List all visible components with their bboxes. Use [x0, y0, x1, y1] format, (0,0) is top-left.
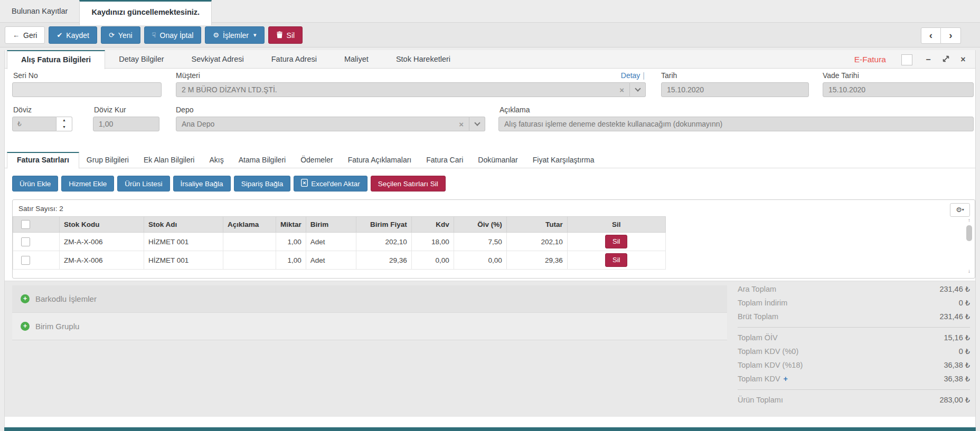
row-checkbox[interactable]	[21, 237, 30, 246]
tab-stok-hareketleri[interactable]: Stok Hareketleri	[382, 50, 464, 68]
cell-aciklama	[223, 233, 276, 251]
back-button[interactable]: ← Geri	[5, 26, 45, 44]
hizmet-ekle-label: Hizmet Ekle	[69, 180, 107, 188]
frame-bottom-accent-bar	[4, 427, 976, 431]
col-sil: Sil	[567, 217, 665, 233]
col-birim: Birim	[306, 217, 356, 233]
tab-grup-bilgileri[interactable]: Grup Bilgileri	[79, 152, 136, 168]
excel-aktar-label: Excel'den Aktar	[311, 180, 360, 188]
doviz-down-icon[interactable]: ▼	[56, 124, 72, 131]
tab-ek-alan-bilgileri[interactable]: Ek Alan Bilgileri	[136, 152, 202, 168]
plus-circle-icon: +	[21, 322, 30, 331]
approve-cancel-button[interactable]: ☟ Onay İptal	[144, 26, 202, 44]
prev-record-button[interactable]: ‹	[921, 27, 941, 44]
musteri-dropdown-icon[interactable]	[630, 82, 646, 97]
secilen-satirlari-sil-label: Seçilen Satırları Sil	[378, 180, 438, 188]
kdv-expand-plus-icon[interactable]: +	[784, 375, 788, 383]
total-row-urun-toplami: Ürün Toplamı 283,00 ₺	[738, 393, 970, 407]
seri-no-input[interactable]	[12, 82, 162, 97]
depo-dropdown-icon[interactable]	[469, 117, 485, 131]
excel-icon	[301, 179, 308, 188]
aciklama-label: Açıklama	[500, 106, 530, 114]
close-icon[interactable]: ×	[958, 54, 968, 65]
excel-aktar-button[interactable]: Excel'den Aktar	[294, 176, 368, 191]
total-label: Ürün Toplamı	[738, 393, 783, 407]
row-delete-button[interactable]: Sil	[605, 235, 627, 248]
col-stok-adi: Stok Adı	[144, 217, 223, 233]
next-record-button[interactable]: ›	[941, 27, 961, 44]
tab-fatura-cari[interactable]: Fatura Cari	[419, 152, 470, 168]
new-button[interactable]: ⟳ Yeni	[101, 26, 140, 44]
scroll-down-icon[interactable]: ↓	[965, 268, 973, 274]
select-all-checkbox[interactable]	[21, 220, 30, 229]
total-label: Toplam İndirim	[738, 296, 787, 310]
scroll-up-icon[interactable]: ↑	[965, 217, 973, 224]
aciklama-input[interactable]: Alış faturası işleme deneme destekte kul…	[498, 117, 974, 131]
urun-listesi-label: Ürün Listesi	[125, 180, 162, 188]
depo-combobox[interactable]: Ana Depo ×	[176, 117, 485, 131]
invoice-lines-panel: Satır Sayısı: 2 ⚙▾ Stok Kodu Stok Adı Aç…	[12, 199, 975, 279]
delete-button[interactable]: Sil	[268, 26, 303, 44]
cell-kdv: 0,00	[411, 251, 454, 270]
urun-ekle-button[interactable]: Ürün Ekle	[12, 176, 58, 191]
barkodlu-islemler-accordion[interactable]: + Barkodlu İşlemler	[12, 285, 727, 313]
total-value: 0 ₺	[959, 296, 970, 310]
tarih-input[interactable]: 15.10.2020	[661, 82, 809, 97]
row-delete-button[interactable]: Sil	[605, 253, 627, 267]
efatura-checkbox[interactable]	[901, 54, 912, 65]
cell-miktar: 1,00	[276, 251, 306, 270]
col-oiv: Öiv (%)	[454, 217, 506, 233]
grid-settings-button[interactable]: ⚙▾	[950, 203, 970, 217]
detay-link-text[interactable]: Detay	[621, 71, 640, 80]
doviz-stepper[interactable]: ₺ ▲ ▼	[12, 117, 72, 131]
doviz-up-icon[interactable]: ▲	[56, 117, 72, 124]
tab-bulunan-kayitlar[interactable]: Bulunan Kayıtlar	[0, 0, 79, 22]
tab-dokumanlar[interactable]: Dokümanlar	[470, 152, 525, 168]
cell-birim: Adet	[306, 251, 356, 270]
delete-button-label: Sil	[287, 31, 295, 40]
doviz-kur-input[interactable]: 1,00	[93, 117, 159, 131]
irsaliye-bagla-button[interactable]: İrsaliye Bağla	[173, 176, 231, 191]
minimize-icon[interactable]: −	[924, 54, 933, 65]
vade-tarihi-input[interactable]: 15.10.2020	[823, 82, 974, 97]
table-row: ZM-A-X-006 HİZMET 001 1,00 Adet 202,10 1…	[13, 233, 666, 251]
cell-stok-kodu: ZM-A-X-006	[60, 251, 144, 270]
musteri-clear-icon[interactable]: ×	[619, 86, 624, 94]
table-scrollbar[interactable]: ↑ ↓	[965, 217, 973, 274]
tab-fatura-aciklamalari[interactable]: Fatura Açıklamaları	[341, 152, 419, 168]
actions-dropdown-button[interactable]: ⚙ İşlemler ▾	[205, 26, 264, 44]
musteri-combobox[interactable]: 2 M BÜRO DİZAYN LTD.ŞTİ. ×	[176, 82, 646, 97]
total-label: Toplam ÖİV	[738, 331, 778, 344]
depo-label: Depo	[176, 106, 193, 114]
tab-fatura-satirlari[interactable]: Fatura Satırları	[7, 152, 79, 169]
detay-link[interactable]: Detay|	[586, 71, 645, 80]
scrollbar-thumb[interactable]	[966, 225, 972, 241]
birim-gruplu-accordion[interactable]: + Birim Gruplu	[12, 313, 727, 340]
urun-listesi-button[interactable]: Ürün Listesi	[117, 176, 169, 191]
tab-fatura-adresi[interactable]: Fatura Adresi	[258, 50, 331, 68]
tab-detay-bilgiler[interactable]: Detay Bilgiler	[105, 50, 177, 68]
total-row-toplam-oiv: Toplam ÖİV 15,16 ₺	[738, 331, 970, 344]
tab-odemeler[interactable]: Ödemeler	[293, 152, 340, 168]
total-row-toplam-kdv: Toplam KDV+ 36,38 ₺	[738, 372, 970, 386]
total-label: Toplam KDV (%0)	[738, 344, 798, 358]
siparis-bagla-button[interactable]: Sipariş Bağla	[234, 176, 291, 191]
save-button[interactable]: ✔ Kaydet	[49, 26, 97, 44]
back-button-label: Geri	[23, 31, 37, 40]
hizmet-ekle-button[interactable]: Hizmet Ekle	[61, 176, 114, 191]
invoice-frame: Alış Fatura Bilgileri Detay Bilgiler Sev…	[4, 50, 976, 431]
tab-maliyet[interactable]: Maliyet	[331, 50, 382, 68]
expand-icon[interactable]	[941, 54, 950, 65]
col-tutar: Tutar	[506, 217, 567, 233]
tab-atama-bilgileri[interactable]: Atama Bilgileri	[231, 152, 293, 168]
record-nav: ‹ ›	[921, 27, 961, 44]
tab-fiyat-karsilastirma[interactable]: Fiyat Karşılaştırma	[525, 152, 602, 168]
tab-akis[interactable]: Akış	[202, 152, 231, 168]
row-checkbox[interactable]	[21, 256, 30, 265]
secilen-satirlari-sil-button[interactable]: Seçilen Satırları Sil	[371, 176, 446, 191]
depo-clear-icon[interactable]: ×	[459, 120, 464, 128]
tab-kayit-guncelleme[interactable]: Kaydınızı güncellemektesiniz.	[79, 0, 212, 25]
toolbar: ← Geri ✔ Kaydet ⟳ Yeni ☟ Onay İptal ⚙ İş…	[0, 23, 980, 47]
tab-sevkiyat-adresi[interactable]: Sevkiyat Adresi	[178, 50, 258, 68]
tab-alis-fatura-bilgileri[interactable]: Alış Fatura Bilgileri	[7, 50, 105, 69]
